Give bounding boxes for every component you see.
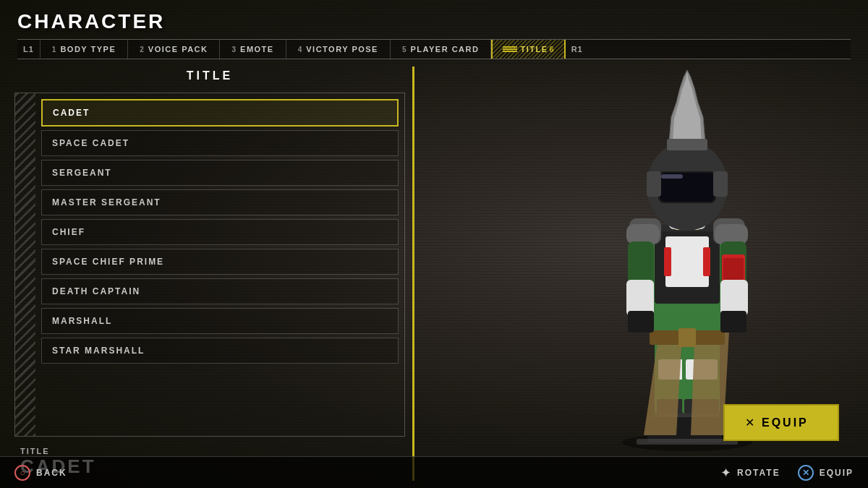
main-container: CHARACTER L1 1 BODY TYPE 2 VOICE PACK 3 … xyxy=(0,0,868,488)
tab-voice-pack[interactable]: 2 VOICE PACK xyxy=(128,40,220,59)
tab-label-body-type: BODY TYPE xyxy=(60,45,116,53)
left-panel: TITLE CADET SPACE CADET SERGEANT MASTER … xyxy=(14,67,405,481)
page-title: CHARACTER xyxy=(17,10,851,33)
svg-rect-27 xyxy=(628,311,654,333)
tab-label-victory-pose: VICTORY POSE xyxy=(306,45,378,53)
tab-number-5: 5 xyxy=(402,46,407,53)
tab-emote[interactable]: 3 EMOTE xyxy=(220,40,286,59)
rotate-action[interactable]: ✦ ROTATE xyxy=(720,465,780,481)
right-panel: ✕ EQUIP xyxy=(422,67,854,481)
tab-label-emote: EMOTE xyxy=(240,45,274,53)
back-button-icon: ○ xyxy=(14,465,30,481)
title-item-cadet[interactable]: CADET xyxy=(41,99,399,127)
selected-title-label: TITLE xyxy=(20,447,399,455)
tab-number-6: 6 xyxy=(550,45,554,53)
panel-title: TITLE xyxy=(14,67,405,85)
svg-rect-40 xyxy=(647,171,661,197)
bottom-right-actions: ✦ ROTATE ✕ EQUIP xyxy=(720,465,854,481)
yellow-separator xyxy=(412,67,414,481)
character-figure xyxy=(564,59,810,464)
svg-rect-41 xyxy=(713,171,728,197)
tab-label-title: TITLE xyxy=(520,45,548,53)
svg-rect-39 xyxy=(667,139,707,150)
header: CHARACTER L1 1 BODY TYPE 2 VOICE PACK 3 … xyxy=(0,0,868,59)
tab-victory-pose[interactable]: 4 VICTORY POSE xyxy=(286,40,391,59)
bottom-bar: ○ BACK ✦ ROTATE ✕ EQUIP xyxy=(0,456,868,488)
back-label: BACK xyxy=(36,468,67,478)
svg-rect-17 xyxy=(664,247,671,276)
svg-rect-20 xyxy=(678,328,696,347)
tab-number-4: 4 xyxy=(298,46,302,53)
title-list: CADET SPACE CADET SERGEANT MASTER SERGEA… xyxy=(35,93,404,369)
svg-rect-24 xyxy=(715,224,748,244)
svg-rect-38 xyxy=(661,174,683,179)
title-item-sergeant[interactable]: SERGEANT xyxy=(41,160,399,186)
tab-number-1: 1 xyxy=(52,46,56,53)
svg-rect-26 xyxy=(626,280,654,316)
tab-label-player-card: PLAYER CARD xyxy=(411,45,480,53)
rotate-label: ROTATE xyxy=(737,468,780,478)
rotate-icon: ✦ xyxy=(720,465,731,481)
svg-rect-16 xyxy=(665,236,709,287)
left-controller-label: L1 xyxy=(17,40,41,58)
svg-rect-31 xyxy=(720,280,748,316)
tab-player-card[interactable]: 5 PLAYER CARD xyxy=(391,40,492,59)
equip-bottom-action[interactable]: ✕ EQUIP xyxy=(798,465,854,481)
title-item-star-marshall[interactable]: STAR MARSHALL xyxy=(41,338,399,364)
title-item-space-cadet[interactable]: SPACE CADET xyxy=(41,130,399,156)
svg-rect-18 xyxy=(703,247,710,276)
svg-rect-22 xyxy=(626,224,660,244)
title-item-chief[interactable]: CHIEF xyxy=(41,219,399,245)
equip-button[interactable]: ✕ EQUIP xyxy=(723,404,839,441)
tab-label-voice-pack: VOICE PACK xyxy=(148,45,208,53)
equip-bottom-icon: ✕ xyxy=(798,465,814,481)
tab-number-3: 3 xyxy=(231,46,236,53)
title-item-space-chief-prime[interactable]: SPACE CHIEF PRIME xyxy=(41,249,399,275)
tab-bar: L1 1 BODY TYPE 2 VOICE PACK 3 EMOTE 4 VI… xyxy=(17,39,851,59)
title-item-master-sergeant[interactable]: MASTER SERGEANT xyxy=(41,189,399,215)
svg-rect-42 xyxy=(637,439,738,445)
equip-bottom-label: EQUIP xyxy=(820,468,854,478)
title-list-container: CADET SPACE CADET SERGEANT MASTER SERGEA… xyxy=(14,93,405,437)
back-action[interactable]: ○ BACK xyxy=(14,465,67,481)
tab-number-2: 2 xyxy=(140,46,144,53)
title-item-marshall[interactable]: MARSHALL xyxy=(41,308,399,334)
right-controller-label: R1 xyxy=(566,40,589,58)
tab-title[interactable]: TITLE 6 xyxy=(491,40,565,59)
svg-rect-30 xyxy=(723,258,744,280)
equip-label: EQUIP xyxy=(762,416,809,429)
content-area: TITLE CADET SPACE CADET SERGEANT MASTER … xyxy=(0,59,868,488)
tab-body-type[interactable]: 1 BODY TYPE xyxy=(41,40,128,59)
svg-rect-32 xyxy=(720,311,746,333)
title-item-death-captain[interactable]: DEATH CAPTAIN xyxy=(41,278,399,304)
equip-icon: ✕ xyxy=(745,416,754,429)
